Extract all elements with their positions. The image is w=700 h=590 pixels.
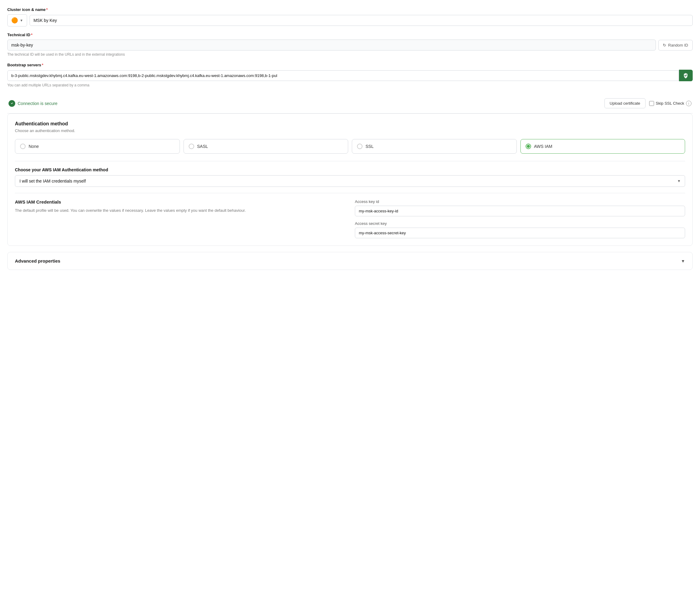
access-secret-key-field: Access secret key: [355, 221, 685, 238]
credentials-desc: The default profile will be used. You ca…: [15, 207, 345, 214]
upload-cert-label: Upload certificate: [610, 101, 640, 106]
iam-method-select[interactable]: I will set the IAM credentials myself Us…: [15, 175, 685, 187]
secure-status-bar: Connection is secure Upload certificate …: [7, 93, 693, 113]
bootstrap-input[interactable]: [7, 70, 679, 81]
advanced-title: Advanced properties: [15, 258, 60, 264]
access-key-id-input[interactable]: [355, 206, 685, 216]
auth-aws-iam-radio: [526, 143, 531, 149]
auth-option-none[interactable]: None: [15, 139, 180, 154]
shield-check-icon: [683, 73, 689, 79]
auth-option-sasl[interactable]: SASL: [184, 139, 348, 154]
secure-check-icon: [8, 100, 15, 107]
iam-method-label: Choose your AWS IAM Authentication metho…: [15, 167, 685, 172]
access-secret-key-input[interactable]: [355, 227, 685, 238]
upload-certificate-button[interactable]: Upload certificate: [604, 98, 645, 108]
connection-secure-text: Connection is secure: [18, 101, 58, 106]
access-key-id-label: Access key id: [355, 199, 685, 204]
bootstrap-required: *: [42, 63, 43, 67]
connection-secure: Connection is secure: [8, 100, 58, 107]
auth-title: Authentication method: [15, 121, 685, 126]
skip-ssl-row: Skip SSL Check i: [649, 101, 692, 106]
auth-ssl-label: SSL: [366, 144, 374, 149]
auth-divider: [15, 161, 685, 161]
auth-aws-iam-radio-inner: [527, 145, 530, 148]
technical-id-row: ↻ Random ID: [7, 39, 693, 51]
cluster-icon-section: Cluster icon & name* 🟠 ▼: [7, 7, 693, 26]
cluster-icon-row: 🟠 ▼: [7, 14, 693, 26]
credentials-row: AWS IAM Credentials The default profile …: [15, 199, 685, 238]
credentials-title: AWS IAM Credentials: [15, 199, 345, 204]
auth-options: None SASL SSL AWS IAM: [15, 139, 685, 154]
random-id-label: Random ID: [668, 43, 688, 47]
access-secret-key-label: Access secret key: [355, 221, 685, 226]
iam-method-select-wrapper: I will set the IAM credentials myself Us…: [15, 175, 685, 187]
skip-ssl-info-icon[interactable]: i: [686, 101, 692, 106]
technical-id-input[interactable]: [7, 39, 656, 51]
cluster-icon-picker[interactable]: 🟠 ▼: [7, 14, 27, 26]
technical-id-required: *: [31, 32, 32, 37]
technical-id-label: Technical ID*: [7, 32, 693, 37]
auth-option-ssl[interactable]: SSL: [352, 139, 517, 154]
skip-ssl-label: Skip SSL Check: [656, 101, 684, 106]
cluster-icon-required: *: [46, 7, 48, 12]
advanced-chevron-icon: ▼: [681, 259, 685, 264]
cluster-icon-label: Cluster icon & name*: [7, 7, 693, 12]
auth-ssl-radio: [357, 143, 363, 149]
technical-id-hint: The technical ID will be used in the URL…: [7, 52, 693, 57]
auth-aws-iam-label: AWS IAM: [534, 144, 553, 149]
auth-sasl-label: SASL: [197, 144, 208, 149]
authentication-section: Authentication method Choose an authenti…: [7, 113, 693, 246]
technical-id-section: Technical ID* ↻ Random ID The technical …: [7, 32, 693, 57]
credentials-divider: [15, 193, 685, 193]
bootstrap-servers-section: Bootstrap servers* You can add multiple …: [7, 63, 693, 87]
refresh-icon: ↻: [663, 43, 666, 47]
skip-ssl-checkbox[interactable]: [649, 101, 654, 106]
bootstrap-label: Bootstrap servers*: [7, 63, 693, 67]
advanced-section[interactable]: Advanced properties ▼: [7, 252, 693, 270]
auth-none-label: None: [29, 144, 39, 149]
auth-sasl-radio: [189, 143, 194, 149]
bootstrap-row: [7, 70, 693, 81]
credentials-left: AWS IAM Credentials The default profile …: [15, 199, 345, 238]
bootstrap-hint: You can add multiple URLs separated by a…: [7, 83, 693, 87]
chevron-down-icon: ▼: [20, 18, 23, 22]
ssl-controls: Upload certificate Skip SSL Check i: [604, 98, 692, 108]
bootstrap-label-text: Bootstrap servers: [7, 63, 41, 67]
technical-id-label-text: Technical ID: [7, 32, 30, 37]
credentials-right: Access key id Access secret key: [355, 199, 685, 238]
bootstrap-secure-button[interactable]: [679, 70, 693, 81]
auth-option-aws-iam[interactable]: AWS IAM: [520, 139, 685, 154]
cluster-name-input[interactable]: [29, 15, 693, 26]
cluster-icon-label-text: Cluster icon & name: [7, 7, 45, 12]
access-key-id-field: Access key id: [355, 199, 685, 216]
cluster-icon-emoji: 🟠: [11, 17, 18, 24]
random-id-button[interactable]: ↻ Random ID: [658, 40, 693, 51]
auth-none-radio: [20, 143, 25, 149]
auth-subtitle: Choose an authentication method.: [15, 128, 685, 133]
